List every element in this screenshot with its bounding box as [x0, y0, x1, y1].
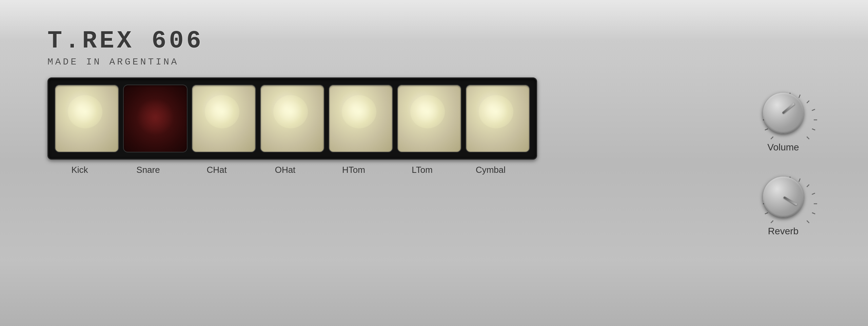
pad-label-ohat: OHat	[253, 165, 317, 175]
svg-line-8	[807, 101, 809, 103]
reverb-knob[interactable]	[763, 177, 804, 217]
svg-line-21	[807, 184, 809, 187]
pad-kick[interactable]	[55, 85, 119, 152]
pads-labels: Kick Snare CHat OHat HTom LTom Cymbal	[47, 165, 523, 175]
pad-label-snare: Snare	[116, 165, 180, 175]
pad-htom[interactable]	[329, 85, 393, 152]
pad-snare[interactable]	[123, 85, 188, 152]
svg-line-1	[765, 129, 768, 130]
main-panel: T.REX 606 MADE IN ARGENTINA	[0, 0, 868, 326]
svg-line-11	[812, 129, 815, 130]
content-area: T.REX 606 MADE IN ARGENTINA	[0, 0, 868, 326]
svg-line-9	[812, 109, 815, 111]
svg-line-22	[812, 193, 815, 195]
pad-label-kick: Kick	[47, 165, 112, 175]
app-subtitle: MADE IN ARGENTINA	[47, 57, 868, 67]
svg-line-14	[765, 213, 768, 214]
pad-label-htom: HTom	[321, 165, 386, 175]
svg-line-7	[799, 95, 800, 98]
logo-section: T.REX 606 MADE IN ARGENTINA	[47, 27, 868, 67]
svg-line-25	[807, 220, 809, 223]
svg-line-13	[771, 220, 773, 223]
reverb-knob-group: Reverb	[760, 173, 807, 237]
svg-line-20	[799, 179, 800, 182]
volume-knob-container[interactable]	[760, 89, 807, 137]
pad-label-cymbal: Cymbal	[458, 165, 523, 175]
pad-label-ltom: LTom	[390, 165, 454, 175]
svg-line-0	[771, 137, 773, 139]
pad-label-chat: CHat	[184, 165, 249, 175]
pad-ohat[interactable]	[260, 85, 324, 152]
pads-frame	[47, 77, 537, 160]
pad-cymbal[interactable]	[466, 85, 530, 152]
reverb-knob-container[interactable]	[760, 173, 807, 221]
svg-line-12	[807, 137, 809, 139]
volume-knob-group: Volume	[760, 89, 807, 153]
pad-ltom[interactable]	[397, 85, 461, 152]
svg-line-24	[812, 213, 815, 214]
volume-knob[interactable]	[763, 93, 804, 133]
knobs-section: Volume	[760, 89, 807, 237]
app-title: T.REX 606	[47, 27, 868, 55]
pads-section: Kick Snare CHat OHat HTom LTom Cymbal	[47, 77, 868, 175]
pad-chat[interactable]	[192, 85, 256, 152]
